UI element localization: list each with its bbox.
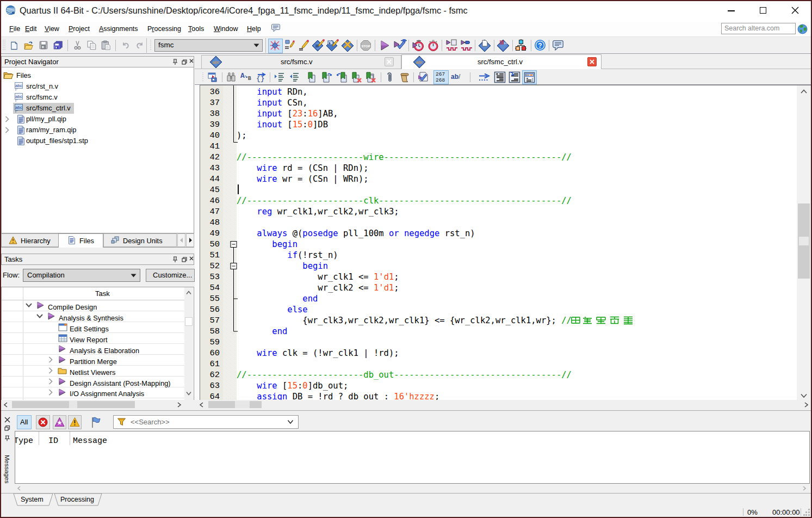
svg-text:10: 10 bbox=[504, 41, 507, 45]
svg-text:abc: abc bbox=[15, 94, 22, 99]
svg-text:abc: abc bbox=[416, 60, 423, 65]
svg-text:abc: abc bbox=[15, 105, 22, 110]
svg-text:abc: abc bbox=[15, 83, 22, 88]
svg-text:STOP: STOP bbox=[361, 44, 370, 48]
svg-text:abc: abc bbox=[213, 60, 220, 65]
svg-text:?: ? bbox=[538, 42, 542, 50]
